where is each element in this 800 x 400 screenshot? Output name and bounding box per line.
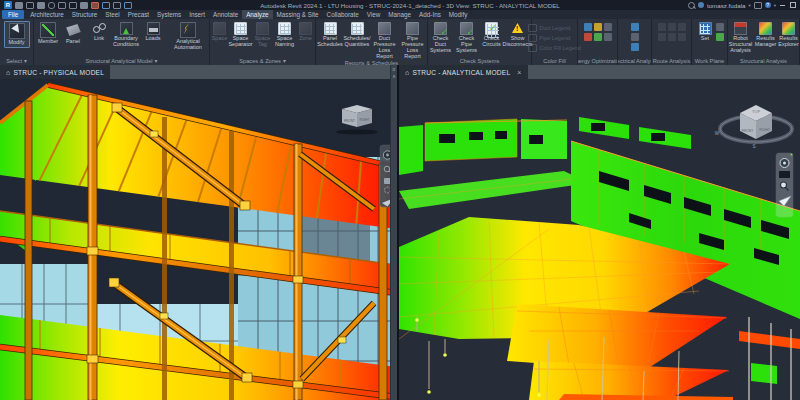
sync-icon[interactable] [48, 2, 55, 9]
tab-systems[interactable]: Systems [153, 10, 185, 19]
energy-delete-icon[interactable] [604, 33, 612, 41]
redo-icon[interactable] [69, 2, 77, 9]
pipe-legend-icon [528, 34, 537, 42]
duct-pressure-icon [378, 22, 391, 35]
path-of-travel-icon [658, 23, 666, 31]
work-plane-viewer-icon[interactable] [716, 33, 724, 41]
user-avatar[interactable] [698, 2, 704, 8]
panel-label-route[interactable]: Route Analysis [652, 56, 691, 65]
tab-struc-analytical-model[interactable]: ⌂ STRUC - ANALYTICAL MODEL × [399, 65, 528, 79]
open-icon[interactable] [26, 2, 34, 9]
check-circuits-icon [485, 22, 498, 35]
text-icon[interactable] [113, 2, 121, 9]
panel-label-energy[interactable]: Energy Optimization [578, 56, 617, 65]
show-work-plane-icon[interactable] [716, 23, 724, 31]
tab-insert[interactable]: Insert [185, 10, 209, 19]
electrical-settings-icon[interactable] [631, 23, 639, 31]
tab-addins[interactable]: Add-Ins [415, 10, 445, 19]
minimize-button[interactable] [779, 2, 786, 9]
view3d-icon[interactable] [124, 2, 132, 9]
duct-pressure-loss-report-button[interactable]: Duct Pressure Loss Report [371, 21, 398, 61]
panel-label-spaces-zones[interactable]: Spaces & Zones▾ [210, 56, 315, 65]
link-button[interactable]: Link [88, 21, 110, 43]
svg-text:RIGHT: RIGHT [759, 128, 770, 132]
svg-text:W: W [715, 131, 720, 136]
store-icon[interactable] [754, 2, 762, 9]
panel-label-color-fill[interactable]: Color Fill [532, 56, 577, 65]
tab-architecture[interactable]: Architecture [26, 10, 68, 19]
electrical-report-icon[interactable] [631, 43, 639, 51]
tab-manage[interactable]: Manage [384, 10, 415, 19]
space-naming-button[interactable]: Space Naming [272, 21, 298, 49]
energy-model-icon[interactable] [584, 23, 592, 31]
tab-steel[interactable]: Steel [101, 10, 123, 19]
check-pipe-icon [460, 22, 473, 35]
analytical-automation-button[interactable]: Analytical Automation [168, 21, 208, 52]
panel-reports-schedules: Panel Schedules Schedules/ Quantities Du… [316, 19, 428, 65]
robot-structural-analysis-button[interactable]: Robot Structural Analysis [728, 21, 754, 55]
print-icon[interactable] [80, 2, 88, 9]
panel-check-systems: Check Duct Systems Check Pipe Systems Ch… [428, 19, 532, 65]
route-delete-icon [668, 33, 676, 41]
panel-label-work-plane[interactable]: Work Plane [692, 56, 727, 65]
tab-struc-physical-model[interactable]: ⌂ STRUC - PHYSICAL MODEL [0, 65, 110, 79]
username[interactable]: tomasz.fudala [707, 2, 746, 9]
tab-massing-site[interactable]: Massing & Site [273, 10, 323, 19]
space-tag-icon [256, 22, 269, 35]
physical-model-canvas[interactable]: FRONT RIGHT [0, 79, 397, 400]
energy-results-icon[interactable] [584, 33, 592, 41]
tab-analyze[interactable]: Analyze [242, 10, 272, 19]
panel-label-select[interactable]: Select▾ [0, 56, 33, 65]
measure-icon[interactable] [91, 2, 99, 9]
set-work-plane-button[interactable]: Set [695, 21, 715, 43]
check-circuits-button[interactable]: Check Circuits [480, 21, 503, 49]
tab-annotate[interactable]: Annotate [209, 10, 242, 19]
tab-modify[interactable]: Modify [445, 10, 472, 19]
panel-label-structural-analysis[interactable]: Structural Analysis [728, 56, 799, 65]
results-explorer-button[interactable]: Results Explorer [778, 21, 800, 49]
close-view-icon[interactable]: × [517, 69, 521, 76]
help-caret-icon[interactable]: ▾ [774, 3, 776, 8]
energy-settings-icon[interactable] [594, 23, 602, 31]
panel-label-check-systems[interactable]: Check Systems [428, 56, 531, 65]
window-title: Autodesk Revit 2024.1 - LTU Housing - ST… [135, 2, 685, 9]
energy-generate-icon[interactable] [604, 23, 612, 31]
results-manager-button[interactable]: Results Manager [755, 21, 777, 49]
panel-structural-analytical-model: Member Panel Link Boundary Conditions [34, 19, 210, 65]
dimension-icon[interactable] [102, 2, 110, 9]
svg-text:S: S [752, 144, 755, 149]
navigation-bar-right[interactable] [776, 153, 793, 217]
check-pipe-systems-button[interactable]: Check Pipe Systems [454, 21, 479, 55]
panel-button[interactable]: Panel [62, 21, 84, 46]
tab-precast[interactable]: Precast [124, 10, 153, 19]
analytical-model-canvas[interactable]: TOP FRONT RIGHT W S [399, 79, 800, 400]
tab-view[interactable]: View [363, 10, 385, 19]
undo-icon[interactable] [58, 2, 66, 9]
revit-logo[interactable]: R [4, 1, 12, 9]
home-icon[interactable] [15, 2, 23, 9]
schedules-quantities-icon [351, 22, 364, 35]
panel-label-electrical[interactable]: Electrical Analysis [618, 56, 651, 65]
modify-button[interactable]: Modify [4, 21, 30, 48]
member-button[interactable]: Member [35, 21, 61, 46]
help-icon[interactable]: ? [765, 2, 771, 8]
boundary-conditions-button[interactable]: Boundary Conditions [111, 21, 141, 49]
panel-label-sam[interactable]: Structural Analytical Model▾ [34, 56, 209, 65]
pipe-pressure-loss-report-button[interactable]: Pipe Pressure Loss Report [399, 21, 426, 61]
electrical-loads-icon[interactable] [631, 33, 639, 41]
energy-optimize-icon[interactable] [594, 33, 602, 41]
show-disconnects-button[interactable]: Show Disconnects [504, 21, 531, 49]
tab-file[interactable]: File [2, 10, 24, 19]
restore-button[interactable] [789, 2, 796, 9]
tab-structure[interactable]: Structure [68, 10, 102, 19]
tab-collaborate[interactable]: Collaborate [323, 10, 363, 19]
check-duct-systems-button[interactable]: Check Duct Systems [428, 21, 453, 55]
schedules-quantities-button[interactable]: Schedules/ Quantities [344, 21, 370, 49]
space-separator-button[interactable]: Space Separator [228, 21, 254, 49]
loads-button[interactable]: Loads [142, 21, 164, 43]
search-icon[interactable] [688, 2, 695, 9]
panel-schedules-button[interactable]: Panel Schedules [317, 21, 343, 49]
left-scrollbar[interactable]: ≡ ∧ [390, 65, 397, 400]
save-icon[interactable] [37, 2, 45, 9]
user-caret-icon[interactable]: ▾ [748, 3, 750, 8]
